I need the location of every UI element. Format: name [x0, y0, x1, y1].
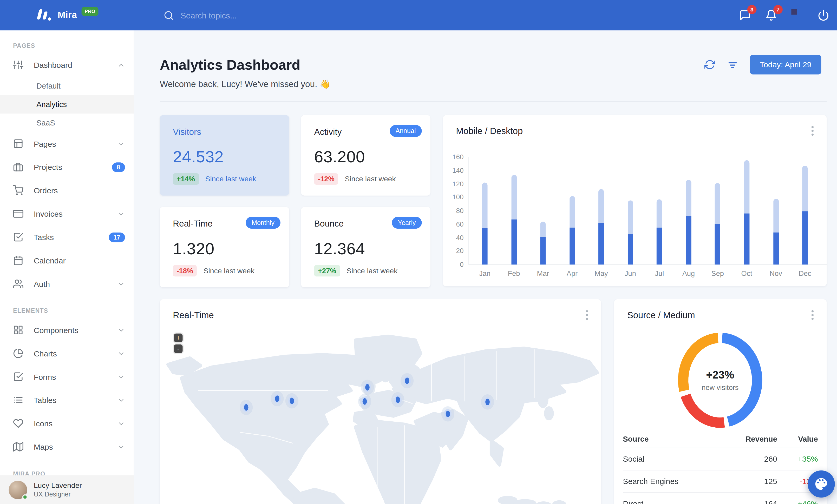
user-role: UX Designer: [34, 490, 82, 498]
sidebar-subitem-label: SaaS: [36, 118, 55, 127]
stat-label: Activity: [314, 127, 342, 137]
top-navbar: Mira PRO 3 7: [0, 0, 837, 31]
cell-revenue: 125: [728, 477, 777, 486]
kebab-menu-icon[interactable]: [808, 126, 817, 136]
filter-button[interactable]: [727, 59, 738, 70]
layout-icon: [13, 138, 23, 149]
sidebar-item-label: Maps: [34, 443, 53, 451]
delta-chip: -18%: [173, 265, 197, 276]
sidebar-item-dashboard[interactable]: Dashboard: [0, 53, 133, 77]
x-axis-label: Dec: [794, 269, 816, 278]
sidebar: PAGESDashboardDefaultAnalyticsSaaSPagesP…: [0, 31, 134, 504]
brand[interactable]: Mira PRO: [35, 8, 99, 22]
map-marker[interactable]: [243, 403, 250, 412]
date-button[interactable]: Today: April 29: [750, 55, 821, 74]
sidebar-subitem-default[interactable]: Default: [0, 77, 133, 95]
sidebar-item-maps[interactable]: Maps: [0, 435, 133, 459]
stacked-bar-jan[interactable]: [482, 183, 488, 265]
period-badge[interactable]: Monthly: [246, 217, 281, 229]
map-marker[interactable]: [484, 397, 492, 407]
chevron-down-icon: [118, 443, 125, 450]
cart-icon: [13, 185, 23, 195]
refresh-icon: [705, 59, 715, 70]
stacked-bar-jun[interactable]: [627, 201, 633, 265]
stacked-bar-dec[interactable]: [802, 166, 808, 265]
sidebar-subitem-saas[interactable]: SaaS: [0, 114, 133, 132]
stacked-bar-apr[interactable]: [570, 196, 575, 264]
notifications-button[interactable]: 7: [765, 10, 777, 21]
stacked-bar-may[interactable]: [599, 189, 604, 265]
stacked-bar-sep[interactable]: [715, 183, 720, 265]
sidebar-item-projects[interactable]: Projects8: [0, 155, 133, 179]
list-icon: [13, 395, 23, 405]
sidebar-item-label: Tasks: [34, 233, 54, 241]
period-badge[interactable]: Yearly: [392, 217, 422, 229]
x-axis-label: Mar: [532, 269, 554, 278]
messages-button[interactable]: 3: [739, 10, 751, 21]
map-zoom-out-button[interactable]: -: [174, 344, 182, 353]
kebab-menu-icon[interactable]: [808, 310, 817, 320]
stacked-bar-mar[interactable]: [540, 222, 546, 264]
bounce-card: Bounce Yearly 12.364 +27% Since last wee…: [301, 207, 430, 287]
sidebar-item-forms[interactable]: Forms: [0, 365, 133, 388]
y-axis-tick: 140: [447, 167, 464, 174]
x-axis-label: Jul: [648, 269, 670, 278]
map-marker[interactable]: [273, 394, 281, 404]
donut-center-label: new visitors: [701, 384, 738, 392]
palette-icon: [814, 477, 828, 491]
chevron-down-icon: [118, 326, 125, 334]
cell-source: Social: [623, 455, 728, 463]
cell-revenue: 164: [728, 499, 777, 504]
kebab-menu-icon[interactable]: [583, 310, 591, 320]
language-button[interactable]: [791, 10, 803, 21]
map-marker[interactable]: [444, 409, 452, 419]
x-axis-label: Jun: [620, 269, 641, 278]
briefcase-icon: [13, 162, 23, 172]
sidebar-item-charts[interactable]: Charts: [0, 342, 133, 365]
sidebar-item-orders[interactable]: Orders: [0, 179, 133, 202]
sidebar-item-invoices[interactable]: Invoices: [0, 202, 133, 225]
chevron-down-icon: [118, 140, 125, 147]
stacked-bar-jul[interactable]: [657, 199, 662, 264]
sidebar-user[interactable]: Lucy Lavender UX Designer: [0, 475, 133, 504]
stacked-bar-feb[interactable]: [511, 175, 517, 264]
sidebar-item-label: Icons: [34, 419, 53, 428]
theme-settings-fab[interactable]: [808, 470, 835, 498]
stacked-bar-aug[interactable]: [686, 180, 691, 264]
map-title: Real-Time: [173, 310, 214, 321]
sidebar-item-icons[interactable]: Icons: [0, 412, 133, 435]
sidebar-subitem-analytics[interactable]: Analytics: [0, 95, 133, 114]
logout-button[interactable]: [818, 10, 830, 21]
stacked-bar-oct[interactable]: [744, 160, 749, 264]
map-marker[interactable]: [361, 396, 368, 406]
stacked-bar-nov[interactable]: [773, 199, 779, 264]
map-marker[interactable]: [363, 382, 371, 392]
map-zoom-in-button[interactable]: +: [174, 334, 182, 342]
cell-revenue: 260: [728, 455, 777, 463]
search-input[interactable]: [181, 11, 322, 20]
bar-chart: 020406080100120140160JanFebMarAprMayJunJ…: [468, 157, 821, 264]
map-marker[interactable]: [394, 395, 402, 405]
y-axis-tick: 120: [447, 180, 464, 188]
sidebar-item-auth[interactable]: Auth: [0, 272, 133, 296]
x-axis-label: May: [590, 269, 612, 278]
map-marker[interactable]: [403, 376, 411, 386]
avatar: [8, 480, 27, 499]
main-content: Analytics Dashboard Welcome back, Lucy! …: [134, 31, 837, 504]
map-marker[interactable]: [288, 396, 296, 406]
sidebar-item-calendar[interactable]: Calendar: [0, 249, 133, 272]
chevron-down-icon: [118, 373, 125, 380]
sidebar-item-pages[interactable]: Pages: [0, 132, 133, 155]
users-icon: [13, 279, 23, 289]
world-map[interactable]: [160, 332, 601, 504]
sidebar-item-tasks[interactable]: Tasks17: [0, 225, 133, 249]
refresh-button[interactable]: [705, 59, 715, 70]
col-value: Value: [777, 434, 818, 443]
cell-value: +35%: [777, 455, 818, 463]
x-axis-label: Nov: [765, 269, 787, 278]
period-badge[interactable]: Annual: [389, 125, 422, 137]
sidebar-item-tables[interactable]: Tables: [0, 388, 133, 412]
sidebar-item-components[interactable]: Components: [0, 318, 133, 342]
stat-note: Since last week: [346, 267, 397, 275]
chevron-down-icon: [118, 419, 125, 427]
